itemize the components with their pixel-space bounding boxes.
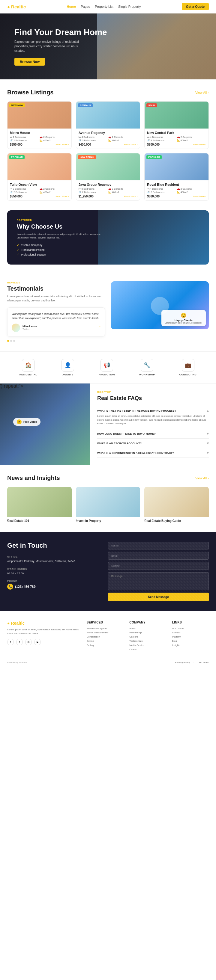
faq-question-2[interactable]: HOW LONG DOES IT TAKE TO BUY A HOME? ∨ — [97, 432, 209, 435]
contact-info: Get in Touch OFFICE Amphitheatre Parkway… — [7, 542, 108, 601]
phone-label: PHONE — [7, 580, 101, 582]
footer-link-testimonials[interactable]: Testimonials — [129, 640, 166, 642]
why-content: FEATURED Why Choose Us Lorem ipsum dolor… — [7, 210, 118, 264]
footer-social: f t in ▶ — [7, 639, 81, 645]
faq-answer-1: Lorem ipsum dolor sit amet, consectetur … — [97, 414, 209, 426]
footer-services-links: Real Estate Agents Home Measurement Cons… — [87, 627, 123, 646]
why-point-2: ✓ Transparent Pricing — [17, 248, 109, 251]
browse-view-all[interactable]: View All › — [195, 91, 209, 94]
testimonials-layout: REVIEWS Testimonials Lorem ipsum dolor s… — [7, 281, 209, 342]
news-image-1 — [7, 487, 72, 517]
footer-bottom: Powered by Savior.id Privacy Policy · Ou… — [7, 658, 209, 664]
listing-card-3: Sold New Central Park 🛏 4 Bedrooms 🚗 2 C… — [144, 101, 209, 149]
testimonial-card: Working with Realty was a dream come tru… — [7, 307, 105, 336]
happy-clients-icon: 😊 — [165, 312, 203, 318]
nav-links: Home Pages Property List Single Property — [67, 5, 141, 8]
faq-item-2: HOW LONG DOES IT TAKE TO BUY A HOME? ∨ — [97, 429, 209, 439]
social-linkedin[interactable]: in — [25, 639, 32, 645]
testi-tag: REVIEWS — [7, 281, 105, 284]
faq-question-3[interactable]: WHAT IS AN ESCROW ACCOUNT? ∨ — [97, 442, 209, 445]
footer-link-buying[interactable]: Buying — [87, 640, 123, 642]
testimonials-section: REVIEWS Testimonials Lorem ipsum dolor s… — [0, 272, 216, 352]
dot-1[interactable] — [7, 340, 9, 342]
dot-2[interactable] — [10, 340, 12, 342]
faq-question-1[interactable]: WHAT IS THE FIRST STEP IN THE HOME BUYIN… — [97, 409, 209, 412]
testi-description: Lorem ipsum dolor sit amet, consectetur … — [7, 294, 105, 302]
footer-link-blog[interactable]: Blog — [172, 640, 209, 642]
browse-title: Browse Listings — [7, 89, 53, 96]
social-youtube[interactable]: ▶ — [34, 639, 41, 645]
faq-question-4[interactable]: WHAT IS A CONTINGENCY IN A REAL ESTATE C… — [97, 451, 209, 455]
contact-form-area: Send Message — [108, 542, 209, 601]
service-workshop[interactable]: 🔧 WORKSHOP — [139, 359, 155, 376]
read-more-4[interactable]: Read More › — [56, 195, 69, 198]
residential-icon: 🏠 — [22, 359, 35, 372]
listing-info-3: New Central Park 🛏 4 Bedrooms 🚗 2 Carpor… — [145, 129, 208, 149]
read-more-3[interactable]: Read More › — [193, 143, 206, 146]
service-residential[interactable]: 🏠 RESIDENTIAL — [19, 359, 37, 376]
hours-label: WORK HOURS — [7, 568, 101, 570]
news-view-all[interactable]: View All › — [195, 476, 209, 480]
why-description: Lorem ipsum dolor sit amet, consectetur … — [17, 232, 109, 240]
get-quote-button[interactable]: Get a Quote — [182, 3, 209, 10]
footer-link-contact[interactable]: Contact — [172, 631, 209, 634]
news-card-3[interactable]: Real Estate Buying Guide — [144, 487, 209, 522]
footer-links-col: LINKS Our Clients Contact Platform Blog … — [172, 621, 209, 651]
play-video-button[interactable]: ▶ Play Video — [13, 418, 40, 426]
listing-meta-1: 🛏 1 Bedrooms 🚗 2 Carports 🚿 2 Bathrooms … — [10, 136, 69, 142]
browse-button[interactable]: Browse Now — [14, 58, 45, 65]
nav-pages[interactable]: Pages — [81, 5, 90, 8]
footer-description: Lorem ipsum dolor sit amet, consectetur … — [7, 628, 81, 636]
browse-header: Browse Listings View All › — [7, 89, 209, 96]
social-twitter[interactable]: t — [16, 639, 23, 645]
nav-single-property[interactable]: Single Property — [118, 5, 141, 8]
footer-link-insights[interactable]: Insights — [172, 644, 209, 646]
service-label-agents: AGENTS — [62, 373, 73, 376]
social-facebook[interactable]: f — [7, 639, 14, 645]
footer-link-selling[interactable]: Selling — [87, 644, 123, 646]
news-section: News and Insights View All › Real Estate… — [0, 465, 216, 532]
nav-property-list[interactable]: Property List — [95, 5, 114, 8]
listing-name-2: Avenue Regency — [78, 131, 138, 135]
footer-ext-links: Our Clients Contact Platform Blog Insigh… — [172, 627, 209, 646]
read-more-2[interactable]: Read More › — [124, 143, 138, 146]
footer-link-real-estate-agents[interactable]: Real Estate Agents — [87, 627, 123, 630]
listing-badge-3: Sold — [146, 103, 157, 107]
logo[interactable]: ● Realtic — [7, 4, 26, 9]
agents-icon: 👤 — [61, 359, 74, 372]
read-more-6[interactable]: Read More › — [193, 195, 206, 198]
nav-home[interactable]: Home — [67, 5, 76, 8]
footer-link-partnership[interactable]: Partnership — [129, 631, 166, 634]
footer-link-careers[interactable]: Careers — [129, 635, 166, 638]
footer-link-career[interactable]: Career — [129, 648, 166, 651]
contact-section: Get in Touch OFFICE Amphitheatre Parkway… — [0, 532, 216, 611]
service-consulting[interactable]: 💼 CONSULTING — [179, 359, 197, 376]
read-more-5[interactable]: Read More › — [124, 195, 138, 198]
footer-link-our-clients[interactable]: Our Clients — [172, 627, 209, 630]
service-label-workshop: WORKSHOP — [139, 373, 155, 376]
our-terms-link[interactable]: Our Terms — [198, 661, 209, 664]
read-more-1[interactable]: Read More › — [56, 143, 69, 146]
footer-link-consultation[interactable]: Consultation — [87, 635, 123, 638]
footer-link-platform[interactable]: Platform — [172, 635, 209, 638]
news-card-2[interactable]: Invest in Property — [76, 487, 141, 522]
footer-link-home-measurement[interactable]: Home Measurement — [87, 631, 123, 634]
footer-link-about[interactable]: About — [129, 627, 166, 630]
why-point-1: ✓ Trusted Company — [17, 243, 109, 247]
faq-chevron-1: ∧ — [207, 409, 209, 412]
listing-card-2: Rentals Avenue Regency 🛏 4 Bedrooms 🚗 2 … — [76, 101, 141, 149]
listing-info-4: Tulip Ocean View 🛏 3 Bedrooms 🚗 2 Carpor… — [8, 180, 71, 200]
privacy-policy-link[interactable]: Privacy Policy — [175, 661, 190, 664]
promotion-icon: 📢 — [101, 359, 113, 372]
service-promotion[interactable]: 📢 PROMOTION — [99, 359, 115, 376]
news-title-2: Invest in Property — [76, 519, 141, 522]
footer-link-media-center[interactable]: Media Center — [129, 644, 166, 646]
dot-3[interactable] — [13, 340, 15, 342]
service-agents[interactable]: 👤 AGENTS — [61, 359, 74, 376]
faq-section: ') repeat;"> ▶ Play Video ROOFTOP Real E… — [0, 383, 216, 465]
footer-services-col: SERVICES Real Estate Agents Home Measure… — [87, 621, 123, 651]
listing-badge-4: Popular — [9, 155, 25, 159]
listing-image-3: Sold — [145, 102, 208, 129]
listing-name-1: Metro House — [10, 131, 69, 135]
news-card-1[interactable]: Real Estate 101 — [7, 487, 72, 522]
